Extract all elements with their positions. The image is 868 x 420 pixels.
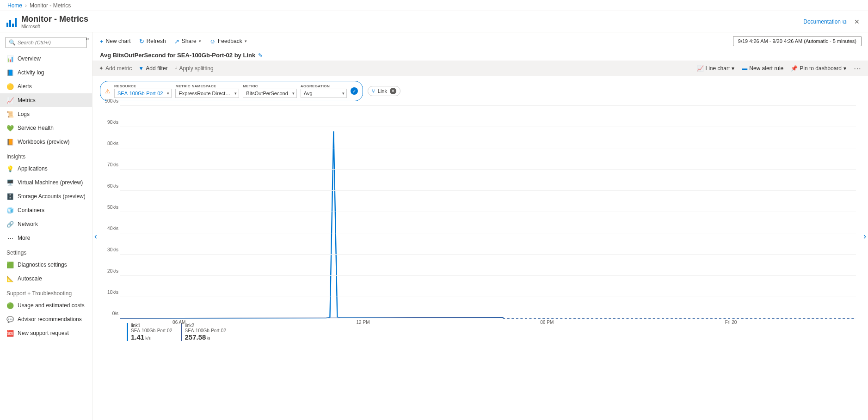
chart-plot[interactable]: 0/s10k/s20k/s30k/s40k/s50k/s60k/s70k/s80…	[120, 106, 856, 318]
x-axis-tick: 06 AM	[172, 320, 185, 325]
breadcrumb: Home › Monitor - Metrics	[0, 0, 868, 11]
chevron-down-icon: ▾	[199, 39, 201, 43]
sidebar-search[interactable]: 🔍	[6, 37, 86, 48]
nav-item-label: Autoscale	[18, 275, 42, 282]
documentation-link[interactable]: Documentation ⧉	[803, 18, 847, 25]
page-subtitle: Microsoft	[21, 24, 88, 29]
apply-splitting-button[interactable]: ⑂Apply splitting	[174, 65, 214, 72]
sidebar-item-autoscale[interactable]: 📐Autoscale	[0, 272, 92, 286]
pin-dashboard-button[interactable]: 📌Pin to dashboard ▾	[791, 65, 846, 72]
nav-item-label: Virtual Machines (preview)	[18, 179, 83, 186]
y-axis-tick: 50k/s	[103, 205, 118, 210]
nav-item-icon: 🔗	[6, 220, 14, 228]
nav-item-icon: 📜	[6, 110, 14, 118]
x-axis-tick: 06 PM	[540, 320, 554, 325]
y-axis-tick: 80k/s	[103, 141, 118, 146]
nav-item-label: New support request	[18, 330, 69, 336]
nav-item-label: Service Health	[18, 125, 54, 131]
nav-item-label: Storage Accounts (preview)	[18, 193, 86, 200]
page-title: Monitor - Metrics	[21, 14, 88, 24]
edit-title-icon[interactable]: ✎	[258, 52, 263, 59]
nav-item-icon: 🟩	[6, 261, 14, 268]
agg-label: AGGREGATION	[301, 84, 347, 88]
sidebar-item-diagnostics-settings[interactable]: 🟩Diagnostics settings	[0, 258, 92, 272]
share-button[interactable]: ↗Share▾	[173, 36, 202, 47]
external-link-icon: ⧉	[843, 18, 847, 25]
sidebar-item-usage-and-estimated-costs[interactable]: 🟢Usage and estimated costs	[0, 298, 92, 312]
chart-type-dropdown[interactable]: 📈Line chart ▾	[697, 65, 735, 72]
prev-chart-button[interactable]: ‹	[94, 231, 97, 241]
breadcrumb-home[interactable]: Home	[7, 2, 22, 9]
x-axis-tick: Fri 20	[725, 320, 737, 325]
aggregation-select[interactable]: Avg	[301, 89, 347, 98]
apply-icon[interactable]: ✓	[351, 87, 358, 95]
nav-item-label: Advisor recommendations	[18, 316, 82, 323]
chart-toolbar: +New chart ↻Refresh ↗Share▾ ☺Feedback▾ 9…	[92, 32, 868, 50]
filter-icon: ▼	[138, 65, 144, 72]
next-chart-button[interactable]: ›	[863, 231, 866, 241]
add-metric-button[interactable]: ✦Add metric	[99, 65, 132, 72]
x-axis-tick: 12 PM	[357, 320, 370, 325]
y-axis-tick: 30k/s	[103, 247, 118, 252]
nav-item-label: Alerts	[18, 83, 32, 90]
new-chart-button[interactable]: +New chart	[99, 36, 132, 47]
nav-group-settings: Settings	[0, 245, 92, 258]
sidebar-item-logs[interactable]: 📜Logs	[0, 107, 92, 121]
nav-item-label: Workbooks (preview)	[18, 139, 69, 145]
split-chip-link[interactable]: ⑂ Link ✕	[368, 86, 400, 96]
share-icon: ↗	[174, 38, 179, 45]
namespace-select[interactable]: ExpressRoute Direct…	[175, 89, 239, 98]
nav-item-label: Overview	[18, 55, 41, 62]
split-icon: ⑂	[372, 88, 375, 94]
legend-item-link1[interactable]: link1SEA-100Gb-Port-021.41k/s	[127, 323, 172, 341]
metric-config-bar: ✦Add metric ▼Add filter ⑂Apply splitting…	[92, 61, 868, 76]
search-input[interactable]	[18, 40, 83, 45]
nav-item-label: Logs	[18, 111, 30, 117]
y-axis-tick: 20k/s	[103, 268, 118, 274]
sidebar-item-service-health[interactable]: 💚Service Health	[0, 121, 92, 135]
sidebar-item-more[interactable]: ⋯More	[0, 231, 92, 245]
scatter-icon: ✦	[99, 65, 104, 72]
sidebar-item-containers[interactable]: 🧊Containers	[0, 203, 92, 217]
nav-item-label: Containers	[18, 207, 44, 213]
sidebar-item-workbooks-preview-[interactable]: 📙Workbooks (preview)	[0, 135, 92, 149]
sidebar-item-storage-accounts-preview-[interactable]: 🗄️Storage Accounts (preview)	[0, 189, 92, 203]
nav-item-icon: 💚	[6, 124, 14, 132]
time-range-picker[interactable]: 9/19 4:26 AM - 9/20 4:26 AM (Automatic -…	[733, 36, 862, 46]
legend-value: 257.58	[185, 333, 206, 341]
legend-item-link2[interactable]: link2SEA-100Gb-Port-02257.58/s	[181, 323, 227, 341]
sidebar-item-virtual-machines-preview-[interactable]: 🖥️Virtual Machines (preview)	[0, 176, 92, 189]
nav-item-label: Usage and estimated costs	[18, 302, 85, 309]
sidebar-item-activity-log[interactable]: 📘Activity log	[0, 66, 92, 79]
nav-item-icon: 🗄️	[6, 193, 14, 200]
sidebar-item-new-support-request[interactable]: 🆘New support request	[0, 326, 92, 340]
metric-selector-group: ⚠ RESOURCESEA-100Gb-Port-02 METRIC NAMES…	[100, 81, 363, 101]
close-icon[interactable]: ✕	[852, 16, 862, 27]
sidebar-item-metrics[interactable]: 📈Metrics	[0, 93, 92, 107]
sidebar-item-alerts[interactable]: 🟡Alerts	[0, 79, 92, 93]
sidebar-item-network[interactable]: 🔗Network	[0, 217, 92, 231]
nav-group-insights: Insights	[0, 149, 92, 162]
main-content: +New chart ↻Refresh ↗Share▾ ☺Feedback▾ 9…	[92, 32, 868, 420]
remove-chip-icon[interactable]: ✕	[390, 88, 396, 94]
warning-icon: ⚠	[105, 88, 111, 95]
metric-select[interactable]: BitsOutPerSecond	[243, 89, 297, 98]
search-icon: 🔍	[9, 39, 16, 46]
nav-item-icon: ⋯	[6, 234, 14, 242]
page-header: Monitor - Metrics Microsoft Documentatio…	[0, 11, 868, 32]
nav-item-label: Metrics	[18, 97, 36, 103]
chevron-down-icon: ▾	[245, 39, 247, 43]
add-filter-button[interactable]: ▼Add filter	[138, 65, 167, 72]
feedback-button[interactable]: ☺Feedback▾	[209, 36, 248, 47]
more-menu-button[interactable]: ⋯	[854, 64, 862, 73]
nav-item-icon: 🟡	[6, 83, 14, 90]
resource-select[interactable]: SEA-100Gb-Port-02	[114, 89, 172, 98]
nav-item-icon: 📊	[6, 55, 14, 62]
refresh-button[interactable]: ↻Refresh	[138, 36, 167, 47]
sidebar-item-applications[interactable]: 💡Applications	[0, 162, 92, 176]
sidebar-item-overview[interactable]: 📊Overview	[0, 52, 92, 66]
sidebar-item-advisor-recommendations[interactable]: 💬Advisor recommendations	[0, 312, 92, 326]
y-axis-tick: 70k/s	[103, 162, 118, 167]
new-alert-rule-button[interactable]: ▬New alert rule	[742, 65, 783, 72]
collapse-sidebar-icon[interactable]: «	[86, 35, 89, 42]
